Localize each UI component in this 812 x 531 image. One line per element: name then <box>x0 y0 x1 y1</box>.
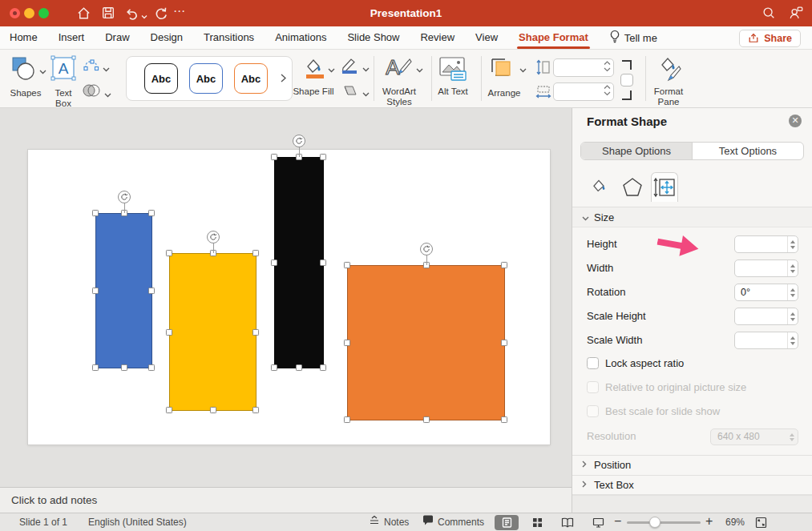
rotation-handle[interactable] <box>420 243 433 255</box>
tab-view[interactable]: View <box>475 26 498 50</box>
zoom-slider[interactable] <box>627 521 701 524</box>
selection-handle[interactable] <box>296 364 302 371</box>
position-section-header[interactable]: Position <box>572 455 812 475</box>
edit-shape-icon[interactable] <box>83 58 99 74</box>
width-input[interactable] <box>734 259 798 277</box>
reading-view-button[interactable] <box>555 515 580 530</box>
format-pane-icon[interactable] <box>656 55 683 85</box>
selection-handle[interactable] <box>423 416 430 423</box>
shapes-icon[interactable] <box>11 57 37 83</box>
arrange-label[interactable]: Arrange <box>481 88 527 99</box>
selection-handle[interactable] <box>166 250 172 256</box>
scale-height-input[interactable] <box>734 308 798 325</box>
height-stepper[interactable] <box>787 236 798 252</box>
lock-aspect-ratio-checkbox[interactable] <box>587 357 599 369</box>
wordart-styles-icon[interactable]: A <box>383 55 414 83</box>
blue-rectangle-shape[interactable] <box>95 213 152 368</box>
format-pane-label[interactable]: Format Pane <box>645 86 692 107</box>
gallery-more-icon[interactable] <box>281 73 286 85</box>
size-section-header[interactable]: Size <box>572 207 812 227</box>
scale-height-stepper[interactable] <box>787 308 798 324</box>
arrange-icon[interactable] <box>489 56 516 84</box>
selection-handle[interactable] <box>271 154 277 160</box>
rotation-input[interactable]: 0° <box>734 284 798 301</box>
selection-handle[interactable] <box>210 407 216 413</box>
selection-handle[interactable] <box>166 407 172 413</box>
tab-slide-show[interactable]: Slide Show <box>347 26 399 50</box>
shape-fill-label[interactable]: Shape Fill <box>290 86 337 97</box>
tab-shape-options[interactable]: Shape Options <box>581 143 693 159</box>
alt-text-icon[interactable] <box>438 56 468 84</box>
orange-rectangle-shape[interactable] <box>347 265 505 420</box>
tell-me-button[interactable]: Tell me <box>609 30 657 46</box>
scale-width-input[interactable] <box>734 332 798 349</box>
tab-shape-format[interactable]: Shape Format <box>519 26 588 50</box>
shape-effects-icon[interactable] <box>340 83 359 100</box>
selection-handle[interactable] <box>344 416 350 423</box>
selection-handle[interactable] <box>166 329 172 336</box>
ribbon-width-input[interactable] <box>553 82 614 101</box>
comments-toggle[interactable]: Comments <box>422 513 484 531</box>
selection-handle[interactable] <box>148 364 155 371</box>
alt-text-label[interactable]: Alt Text <box>436 86 470 97</box>
share-button[interactable]: Share <box>739 30 801 47</box>
selection-handle[interactable] <box>252 407 259 413</box>
tab-review[interactable]: Review <box>420 26 454 50</box>
text-box-section-header[interactable]: Text Box <box>572 475 812 495</box>
selection-handle[interactable] <box>501 416 507 423</box>
shapes-dropdown-chevron-icon[interactable] <box>39 65 46 77</box>
selection-handle[interactable] <box>271 259 277 266</box>
tab-transitions[interactable]: Transitions <box>204 26 254 50</box>
selection-handle[interactable] <box>148 288 155 294</box>
shape-fill-chevron-icon[interactable] <box>328 63 335 75</box>
selection-handle[interactable] <box>252 250 259 256</box>
rotation-handle[interactable] <box>293 135 305 147</box>
zoom-in-button[interactable]: + <box>705 513 713 530</box>
notes-pane[interactable]: Click to add notes <box>0 487 572 513</box>
tab-draw[interactable]: Draw <box>105 26 129 50</box>
width-stepper[interactable] <box>787 260 798 276</box>
rotation-handle[interactable] <box>118 191 131 203</box>
selection-handle[interactable] <box>92 288 99 294</box>
selection-handle[interactable] <box>320 154 326 160</box>
selection-handle[interactable] <box>148 210 155 216</box>
selection-handle[interactable] <box>92 364 99 371</box>
effects-tab-icon[interactable] <box>619 172 646 202</box>
close-pane-icon[interactable]: ✕ <box>789 115 802 127</box>
arrange-chevron-icon[interactable] <box>519 63 527 75</box>
selection-handle[interactable] <box>501 340 507 346</box>
tab-insert[interactable]: Insert <box>59 26 85 50</box>
selection-handle[interactable] <box>252 329 259 336</box>
shapes-label[interactable]: Shapes <box>3 88 48 99</box>
ribbon-lock-aspect-checkbox[interactable] <box>620 74 633 86</box>
text-box-label[interactable]: Text Box <box>48 88 79 109</box>
shape-effects-chevron-icon[interactable] <box>362 87 370 99</box>
account-presence-icon[interactable] <box>788 6 804 23</box>
selection-handle[interactable] <box>320 259 326 266</box>
fill-line-tab-icon[interactable] <box>585 172 612 202</box>
scale-width-stepper[interactable] <box>787 332 798 348</box>
edit-shape-chevron-icon[interactable] <box>103 62 110 74</box>
zoom-slider-knob[interactable] <box>649 517 661 528</box>
tab-animations[interactable]: Animations <box>275 26 326 50</box>
selection-handle[interactable] <box>92 210 99 216</box>
shape-outline-chevron-icon[interactable] <box>362 62 370 74</box>
selection-handle[interactable] <box>121 364 127 371</box>
tab-home[interactable]: Home <box>10 26 38 50</box>
language-indicator[interactable]: English (United States) <box>88 513 187 531</box>
selection-handle[interactable] <box>320 364 326 371</box>
normal-view-button[interactable] <box>495 515 519 530</box>
tab-design[interactable]: Design <box>151 26 183 50</box>
zoom-out-button[interactable]: − <box>614 513 621 530</box>
tab-text-options[interactable]: Text Options <box>693 143 803 159</box>
selection-handle[interactable] <box>344 340 350 346</box>
fit-slide-to-window-icon[interactable] <box>755 517 767 531</box>
height-input[interactable] <box>734 235 798 253</box>
rotation-handle[interactable] <box>207 231 220 243</box>
size-properties-tab-icon[interactable] <box>651 172 678 202</box>
slide-canvas[interactable] <box>28 150 550 445</box>
selection-handle[interactable] <box>501 262 507 268</box>
shape-style-orange[interactable]: Abc <box>234 63 268 94</box>
merge-shapes-chevron-icon[interactable] <box>104 88 111 100</box>
merge-shapes-icon[interactable] <box>82 83 101 100</box>
